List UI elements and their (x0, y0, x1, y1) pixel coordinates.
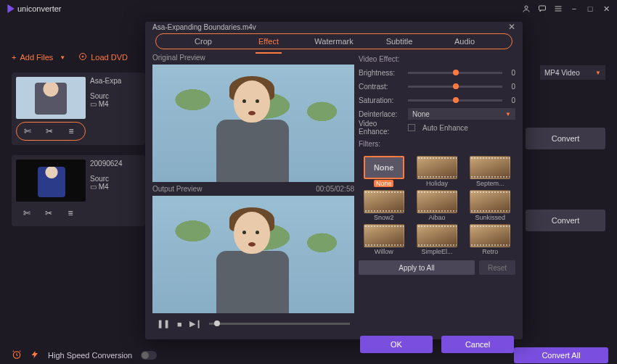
filter-retro[interactable]: Retro (465, 224, 515, 255)
filter-thumb (417, 156, 457, 179)
modal-tabs: Crop Effect Watermark Subtitle Audio (155, 33, 512, 49)
close-icon[interactable]: ✕ (508, 22, 515, 32)
filter-grid: NoneNoneHolidaySeptem...Snow2AibaoSunkis… (359, 156, 515, 255)
trim-icon[interactable]: ✄ (21, 125, 34, 138)
chat-icon[interactable] (537, 4, 547, 14)
file-tool-row: ✄ ✂ ≡ (16, 204, 141, 222)
menu-icon[interactable] (553, 4, 563, 14)
contrast-label: Contrast: (359, 83, 404, 91)
play-pause-button[interactable]: ❚❚ (157, 319, 170, 328)
filter-aibao[interactable]: Aibao (412, 190, 462, 221)
next-button[interactable]: ▶❙ (189, 319, 202, 328)
add-files-button[interactable]: + Add Files ▼ (12, 53, 65, 62)
load-dvd-label: Load DVD (91, 53, 128, 62)
crop-icon[interactable]: ✂ (43, 125, 56, 138)
reset-button[interactable]: Reset (479, 260, 515, 275)
chevron-down-icon: ▼ (60, 54, 65, 61)
deinterlace-value: None (412, 110, 430, 118)
video-effect-header: Video Effect: (359, 55, 515, 63)
app-name: uniconverter (17, 4, 62, 13)
filter-holiday[interactable]: Holiday (412, 156, 462, 187)
user-icon[interactable] (521, 4, 531, 14)
brightness-label: Brightness: (359, 69, 404, 77)
output-preview-label: Output Preview (152, 185, 202, 193)
filter-label: Holiday (426, 180, 448, 187)
ok-button[interactable]: OK (360, 336, 433, 353)
filters-header: Filters: (359, 140, 515, 148)
filter-sunkissed[interactable]: Sunkissed (465, 190, 515, 221)
svg-point-0 (525, 6, 528, 9)
filter-thumb (364, 190, 404, 213)
svg-rect-1 (539, 6, 546, 10)
deinterlace-select[interactable]: None ▼ (408, 108, 515, 120)
trim-icon[interactable]: ✄ (20, 207, 33, 220)
filter-label: Sunkissed (475, 214, 506, 221)
saturation-slider[interactable] (408, 99, 502, 102)
auto-enhance-label: Auto Enhance (422, 124, 468, 132)
load-dvd-button[interactable]: Load DVD (78, 52, 128, 62)
tab-crop[interactable]: Crop (171, 34, 236, 49)
playback-controls: ❚❚ ■ ▶❙ (152, 316, 354, 331)
filter-label: Snow2 (374, 214, 394, 221)
add-files-label: Add Files (20, 53, 53, 62)
contrast-slider[interactable] (408, 86, 502, 88)
alarm-icon[interactable] (12, 349, 22, 361)
svg-point-6 (82, 56, 83, 57)
effect-modal: Asa-Expanding Boundaries.m4v ✕ Crop Effe… (145, 22, 523, 339)
convert-button[interactable]: Convert (526, 210, 605, 231)
convert-button[interactable]: Convert (526, 128, 605, 149)
tab-watermark[interactable]: Watermark (301, 34, 367, 49)
seek-slider[interactable] (209, 323, 350, 325)
output-format-value: MP4 Video (544, 69, 580, 77)
stop-button[interactable]: ■ (177, 320, 182, 328)
timecode: 00:05/02:58 (316, 185, 354, 193)
file-thumbnail (16, 77, 86, 119)
disc-icon (78, 52, 87, 62)
filter-thumb (364, 224, 404, 247)
filter-simpleel[interactable]: SimpleEl... (412, 224, 462, 255)
effects-icon[interactable]: ≡ (65, 125, 78, 138)
contrast-value: 0 (507, 83, 515, 91)
filter-label: SimpleEl... (421, 248, 452, 255)
file-title: 20090624 (90, 160, 123, 167)
filter-thumb (417, 190, 457, 213)
close-button[interactable]: ✕ (601, 4, 611, 14)
filter-snow2[interactable]: Snow2 (359, 190, 409, 221)
maximize-button[interactable]: □ (585, 4, 595, 14)
chevron-down-icon: ▼ (505, 111, 511, 117)
apply-to-all-button[interactable]: Apply to All (359, 260, 475, 275)
file-format: ▭ M4 (90, 183, 123, 191)
filter-willow[interactable]: Willow (359, 224, 409, 255)
original-preview-label: Original Preview (152, 54, 354, 62)
minimize-button[interactable]: − (569, 4, 579, 14)
filter-septem[interactable]: Septem... (465, 156, 515, 187)
file-source-label: Sourc (90, 175, 123, 183)
plus-icon: + (12, 53, 16, 62)
cancel-button[interactable]: Cancel (441, 336, 514, 353)
tab-subtitle[interactable]: Subtitle (367, 34, 432, 49)
modal-title: Asa-Expanding Boundaries.m4v (152, 23, 256, 31)
filter-label: None (374, 180, 394, 187)
tab-effect[interactable]: Effect (236, 34, 301, 49)
filter-label: Willow (375, 248, 393, 255)
file-source-label: Sourc (90, 92, 121, 100)
file-card[interactable]: Asa-Expa Sourc ▭ M4 ✄ ✂ ≡ (12, 73, 145, 145)
filter-thumb (470, 156, 510, 179)
filter-thumb (417, 224, 457, 247)
video-enhance-label: Video Enhance: (359, 120, 404, 136)
convert-all-button[interactable]: Convert All (514, 347, 608, 363)
saturation-label: Saturation: (359, 96, 404, 104)
brightness-value: 0 (507, 69, 515, 77)
effects-icon[interactable]: ≡ (64, 207, 77, 220)
brightness-slider[interactable] (408, 72, 502, 74)
auto-enhance-checkbox[interactable] (408, 124, 415, 131)
output-format-select[interactable]: MP4 Video ▼ (540, 65, 605, 80)
crop-icon[interactable]: ✂ (42, 207, 55, 220)
logo-icon (6, 4, 15, 13)
filter-none[interactable]: NoneNone (359, 156, 409, 187)
file-card[interactable]: 20090624 Sourc ▭ M4 ✄ ✂ ≡ (12, 155, 145, 226)
bolt-icon (30, 350, 39, 360)
svg-point-5 (80, 54, 86, 60)
chevron-down-icon: ▼ (595, 70, 601, 76)
tab-audio[interactable]: Audio (432, 34, 497, 49)
